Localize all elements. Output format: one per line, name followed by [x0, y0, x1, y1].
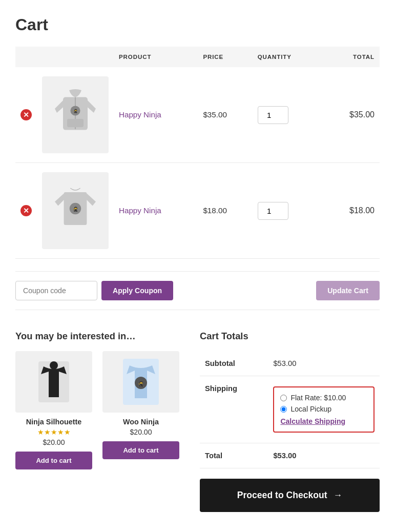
suggested-image-0 — [15, 351, 92, 413]
suggested-price-1: $20.00 — [102, 428, 179, 436]
suggested-item-0: Ninja Silhouette ★★★★★ $20.00 Add to car… — [15, 351, 92, 469]
product-image-tshirt: 🥷 — [42, 172, 109, 249]
col-quantity: QUANTITY — [253, 47, 323, 67]
total-label: Total — [200, 443, 268, 468]
suggested-name-1: Woo Ninja — [102, 418, 179, 426]
svg-text:🥷: 🥷 — [138, 380, 144, 387]
quantity-input-1[interactable] — [258, 106, 288, 124]
suggested-stars-0: ★★★★★ — [15, 428, 92, 436]
apply-coupon-button[interactable]: Apply Coupon — [101, 281, 173, 300]
checkout-label: Proceed to Checkout — [237, 490, 327, 501]
cart-totals-heading: Cart Totals — [200, 331, 380, 342]
svg-rect-2 — [67, 119, 84, 127]
subtotal-label: Subtotal — [200, 351, 268, 376]
shipping-local-label: Local Pickup — [290, 405, 331, 413]
col-total: TOTAL — [323, 47, 380, 67]
svg-text:🥷: 🥷 — [73, 206, 78, 212]
suggested-name-0: Ninja Silhouette — [15, 418, 92, 426]
product-image-hoodie: 🥷 — [42, 76, 109, 153]
svg-point-9 — [50, 361, 58, 370]
shipping-radio-flat[interactable] — [280, 395, 287, 401]
col-product: PRODUCT — [114, 47, 198, 67]
proceed-to-checkout-button[interactable]: Proceed to Checkout → — [200, 479, 380, 512]
suggested-products: You may be interested in… Ninja Silhouet… — [15, 331, 179, 469]
product-name-2[interactable]: Happy Ninja — [119, 206, 161, 215]
remove-item-2-button[interactable]: ✕ — [20, 205, 32, 216]
totals-table: Subtotal $53.00 Shipping Flat Rate: $10.… — [200, 351, 380, 468]
shipping-label: Shipping — [200, 376, 268, 443]
suggested-grid: Ninja Silhouette ★★★★★ $20.00 Add to car… — [15, 351, 179, 469]
product-name-1[interactable]: Happy Ninja — [119, 110, 161, 119]
col-price: PRICE — [198, 47, 252, 67]
product-price-2: $18.00 — [203, 206, 226, 215]
shipping-radio-local[interactable] — [280, 406, 287, 413]
calculate-shipping-link[interactable]: Calculate Shipping — [280, 417, 367, 425]
suggested-image-1: 🥷 — [102, 351, 179, 413]
shipping-option-local: Local Pickup — [280, 405, 367, 413]
shipping-option-flat: Flat Rate: $10.00 — [280, 394, 367, 402]
add-to-cart-button-1[interactable]: Add to cart — [102, 441, 179, 459]
subtotal-value: $53.00 — [268, 351, 380, 376]
suggested-price-0: $20.00 — [15, 438, 92, 446]
add-to-cart-button-0[interactable]: Add to cart — [15, 452, 92, 469]
update-cart-button[interactable]: Update Cart — [316, 281, 380, 300]
shipping-flat-label: Flat Rate: $10.00 — [290, 394, 346, 402]
coupon-row: Apply Coupon Update Cart — [15, 271, 380, 310]
table-row: ✕ 🥷 — [15, 163, 380, 259]
checkout-arrow-icon: → — [334, 490, 343, 501]
total-value: $53.00 — [268, 443, 380, 468]
table-row: ✕ — [15, 67, 380, 163]
product-total-1: $35.00 — [349, 110, 375, 119]
quantity-input-2[interactable] — [258, 202, 288, 220]
lower-section: You may be interested in… Ninja Silhouet… — [15, 331, 380, 512]
product-total-2: $18.00 — [349, 206, 375, 215]
coupon-input[interactable] — [15, 281, 97, 300]
svg-text:🥷: 🥷 — [73, 109, 78, 113]
cart-totals: Cart Totals Subtotal $53.00 Shipping Fla… — [200, 331, 380, 512]
page-title: Cart — [15, 15, 380, 34]
cart-table: PRODUCT PRICE QUANTITY TOTAL ✕ — [15, 47, 380, 259]
shipping-box: Flat Rate: $10.00 Local Pickup Calculate… — [273, 386, 375, 433]
product-price-1: $35.00 — [203, 110, 226, 119]
remove-item-1-button[interactable]: ✕ — [20, 109, 32, 120]
suggested-heading: You may be interested in… — [15, 331, 179, 342]
suggested-item-1: 🥷 Woo Ninja $20.00 Add to cart — [102, 351, 179, 469]
